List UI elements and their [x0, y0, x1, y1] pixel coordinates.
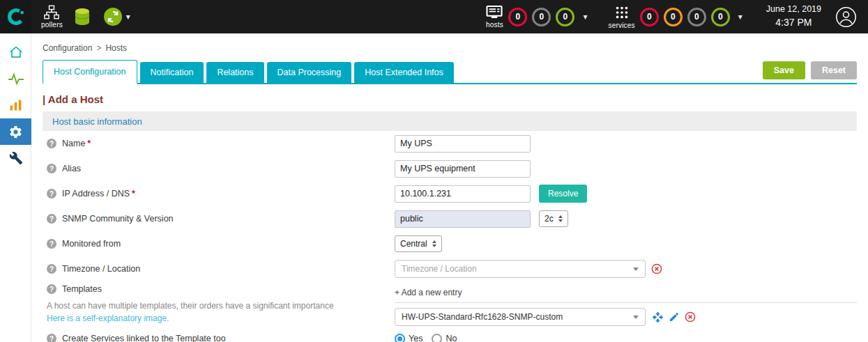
- home-icon: [8, 45, 24, 60]
- snmp-label: SNMP Community & Version: [62, 214, 174, 224]
- topbar-right: hosts 0 0 0 ▾ services 0 0 0 0 ▾ June: [485, 3, 868, 29]
- services-warning-badge[interactable]: 0: [664, 8, 683, 26]
- help-icon[interactable]: ?: [47, 189, 56, 199]
- sidebar-item-configuration[interactable]: [0, 118, 31, 145]
- add-template-link[interactable]: + Add a new entry: [395, 288, 462, 297]
- pencil-icon: [669, 311, 680, 322]
- tab-host-configuration[interactable]: Host Configuration: [43, 60, 137, 84]
- create-services-yes-label[interactable]: Yes: [409, 334, 422, 342]
- chevron-down-icon: [633, 267, 639, 271]
- form-actions: Save Reset: [763, 61, 857, 83]
- help-icon[interactable]: ?: [47, 164, 56, 173]
- sidebar-item-monitoring[interactable]: [0, 65, 31, 92]
- hosts-down-badge[interactable]: 0: [508, 8, 527, 26]
- hosts-unreachable-badge[interactable]: 0: [532, 8, 551, 26]
- alias-input[interactable]: [395, 160, 531, 178]
- chevron-down-icon[interactable]: ▾: [126, 13, 130, 21]
- template-edit-button[interactable]: [669, 311, 680, 322]
- help-icon[interactable]: ?: [47, 284, 56, 294]
- services-critical-badge[interactable]: 0: [640, 8, 659, 26]
- template-delete-button[interactable]: [685, 311, 696, 322]
- sync-icon: [103, 7, 123, 26]
- host-form: Host basic information ? Name* ? Alias: [43, 111, 857, 342]
- hosts-up-badge[interactable]: 0: [556, 8, 574, 26]
- user-menu[interactable]: [835, 6, 857, 28]
- reset-button[interactable]: Reset: [811, 61, 857, 79]
- form-row-timezone: ? Timezone / Location Timezone / Locatio…: [43, 256, 857, 281]
- snmp-version-select[interactable]: 2c: [539, 210, 568, 227]
- database-status[interactable]: [74, 8, 91, 26]
- services-label: services: [608, 22, 634, 29]
- help-icon[interactable]: ?: [47, 334, 56, 342]
- services-ok-badge[interactable]: 0: [711, 8, 730, 26]
- form-row-monitored-from: ? Monitored from Central: [43, 231, 857, 256]
- create-services-no-radio[interactable]: [432, 334, 442, 342]
- pollers-menu[interactable]: pollers: [41, 5, 63, 29]
- clear-circle-icon: [685, 311, 696, 322]
- pollers-label: pollers: [41, 21, 63, 29]
- hosts-label: hosts: [486, 21, 503, 29]
- chevron-down-icon[interactable]: ▾: [738, 13, 743, 21]
- breadcrumb-configuration[interactable]: Configuration: [43, 43, 92, 53]
- sidebar-item-administration[interactable]: [0, 145, 31, 171]
- template-combobox[interactable]: HW-UPS-Standard-Rfc1628-SNMP-custom: [395, 308, 646, 326]
- sync-status[interactable]: ▾: [103, 7, 130, 26]
- services-unknown-badge[interactable]: 0: [687, 8, 706, 26]
- sidebar: [0, 33, 31, 342]
- chevron-down-icon: [633, 316, 639, 319]
- add-entry-row: + Add a new entry: [395, 284, 857, 303]
- tab-host-extended-infos[interactable]: Host Extended Infos: [354, 62, 454, 83]
- database-icon: [74, 8, 91, 26]
- create-services-no-label[interactable]: No: [446, 334, 457, 342]
- tab-data-processing[interactable]: Data Processing: [267, 62, 352, 83]
- timezone-placeholder: Timezone / Location: [402, 264, 477, 274]
- chart-icon: [8, 98, 23, 113]
- snmp-community-input[interactable]: [395, 210, 531, 228]
- resolve-button[interactable]: Resolve: [539, 185, 587, 203]
- help-icon[interactable]: ?: [47, 264, 56, 274]
- sidebar-item-reporting[interactable]: [0, 92, 31, 118]
- name-label: Name*: [62, 139, 91, 148]
- section-host-basic-information: Host basic information: [43, 111, 857, 131]
- breadcrumb-separator: >: [96, 43, 101, 53]
- topbar: pollers ▾ hosts 0 0: [0, 0, 868, 33]
- sidebar-item-home[interactable]: [0, 39, 31, 65]
- name-input[interactable]: [395, 135, 531, 153]
- help-icon[interactable]: ?: [47, 239, 56, 249]
- help-icon[interactable]: ?: [47, 214, 56, 224]
- monitored-from-label: Monitored from: [62, 239, 121, 249]
- tab-relations[interactable]: Relations: [206, 62, 264, 83]
- chevron-down-icon[interactable]: ▾: [583, 13, 587, 21]
- centreon-logo[interactable]: [0, 0, 31, 33]
- main-content: Configuration > Hosts Host Configuration…: [31, 33, 868, 342]
- timezone-clear-button[interactable]: [651, 263, 662, 274]
- clock: June 12, 2019 4:37 PM: [766, 3, 821, 29]
- select-arrows-icon: [432, 240, 436, 247]
- gear-icon: [8, 125, 23, 139]
- clock-time: 4:37 PM: [766, 16, 821, 30]
- breadcrumb-hosts[interactable]: Hosts: [105, 43, 127, 53]
- services-menu[interactable]: services: [608, 5, 634, 29]
- create-services-label: Create Services linked to the Template t…: [62, 334, 226, 342]
- breadcrumb: Configuration > Hosts: [43, 43, 857, 53]
- save-button[interactable]: Save: [763, 61, 805, 79]
- pollers-icon: [43, 5, 60, 20]
- template-value: HW-UPS-Standard-Rfc1628-SNMP-custom: [402, 312, 563, 322]
- centreon-logo-icon: [6, 7, 26, 26]
- hosts-menu[interactable]: hosts: [485, 6, 503, 29]
- monitored-from-select[interactable]: Central: [395, 235, 442, 252]
- timezone-combobox[interactable]: Timezone / Location: [395, 260, 646, 278]
- templates-help-link[interactable]: Here is a self-explanatory image.: [47, 313, 169, 325]
- required-asterisk: *: [132, 189, 135, 199]
- hosts-status-group: hosts 0 0 0 ▾: [485, 6, 587, 29]
- snmp-version-value: 2c: [545, 214, 554, 224]
- ip-input[interactable]: [395, 185, 531, 203]
- form-row-ip: ? IP Address / DNS* Resolve: [43, 181, 857, 206]
- clear-circle-icon: [651, 263, 662, 274]
- hosts-icon: [485, 6, 503, 20]
- tab-notification[interactable]: Notification: [140, 62, 204, 83]
- create-services-yes-radio[interactable]: [395, 334, 405, 342]
- template-move-handle[interactable]: [652, 311, 664, 323]
- help-icon[interactable]: ?: [47, 139, 56, 148]
- form-row-name: ? Name*: [43, 131, 857, 156]
